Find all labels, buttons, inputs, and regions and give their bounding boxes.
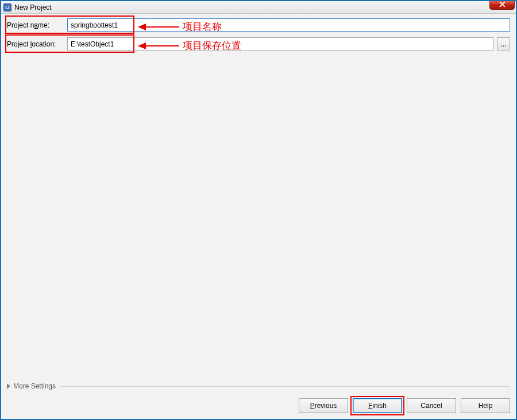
cancel-button[interactable]: Cancel — [407, 398, 456, 413]
spacer — [7, 56, 510, 382]
previous-button[interactable]: Previous — [299, 398, 348, 413]
dialog-content: Project name: 项目名称 Project location: ...… — [1, 14, 516, 419]
close-icon — [499, 1, 506, 7]
finish-button[interactable]: Finish — [353, 398, 402, 413]
app-icon: IJ — [3, 3, 11, 11]
close-button[interactable] — [489, 0, 515, 10]
titlebar: IJ New Project — [1, 1, 516, 14]
project-name-label: Project name: — [7, 21, 67, 29]
annotation-box — [350, 396, 404, 415]
project-location-label: Project location: — [7, 40, 67, 48]
project-location-input[interactable] — [67, 37, 493, 50]
browse-button[interactable]: ... — [497, 37, 510, 50]
chevron-right-icon — [7, 383, 10, 389]
divider — [60, 386, 510, 387]
button-bar: Previous Finish Cancel Help — [7, 398, 510, 413]
more-settings-label: More Settings — [13, 382, 56, 390]
window-title: New Project — [14, 3, 52, 11]
project-name-input[interactable] — [67, 18, 510, 32]
project-location-row: Project location: ... 项目保存位置 — [7, 37, 510, 50]
help-button[interactable]: Help — [461, 398, 510, 413]
project-name-row: Project name: 项目名称 — [7, 18, 510, 32]
more-settings-toggle[interactable]: More Settings — [7, 382, 510, 390]
